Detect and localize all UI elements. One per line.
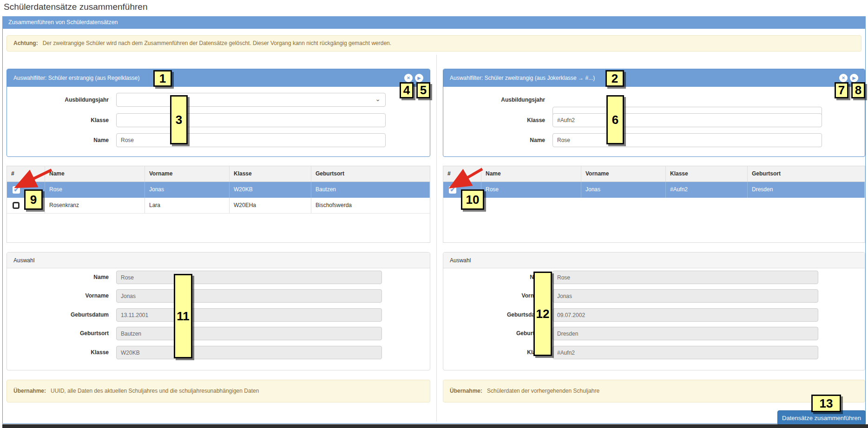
annotation-badge-5: 5 — [416, 82, 430, 98]
warning-label: Achtung: — [13, 40, 38, 46]
uebernahme-note-secondary: Übernahme: Schülerdaten der vorhergehend… — [443, 380, 865, 402]
filter-panel-secondary-title: Auswahlfilter: Schüler zweitrangig (aus … — [450, 75, 595, 81]
table-header-row: # Name Vorname Klasse Geburtsort — [443, 166, 865, 182]
annotation-badge-12: 12 — [533, 272, 552, 356]
table-row[interactable]: ✔ Rose Jonas W20KB Bautzen — [7, 182, 430, 198]
filter-panel-primary-title: Auswahlfilter: Schüler erstrangig (aus R… — [13, 75, 139, 81]
name-filter-label: Name — [7, 133, 109, 147]
annotation-badge-8: 8 — [851, 82, 865, 98]
auswahl-name-label: Name — [7, 271, 109, 284]
filter-panel-primary-header: Auswahlfilter: Schüler erstrangig (aus R… — [7, 69, 430, 87]
auswahl-klasse-value — [552, 346, 818, 359]
selection-panel-secondary-title: Auswahl — [443, 253, 865, 268]
selection-panel-primary-title: Auswahl — [7, 253, 430, 268]
auswahl-geburtsdatum-label: Geburtsdatum — [443, 308, 545, 322]
auswahl-name-label: Name — [443, 271, 545, 284]
table-row[interactable]: ✔ Rose Jonas #Aufn2 Dresden — [443, 182, 865, 198]
page-title: Schülerdatensätze zusammenführen — [4, 2, 147, 12]
auswahl-klasse-label: Klasse — [7, 346, 109, 359]
results-table-secondary: # Name Vorname Klasse Geburtsort ✔ Rose … — [443, 166, 865, 243]
klasse-filter-label: Klasse — [7, 113, 109, 127]
name-filter-input[interactable] — [552, 133, 822, 147]
column-divider — [436, 55, 437, 422]
auswahl-vorname-label: Vorname — [7, 289, 109, 303]
auswahl-geburtsdatum-value — [116, 308, 382, 322]
uebernahme-text: UUID, alle Daten des aktuellen Schuljahr… — [51, 388, 259, 394]
uebernahme-label: Übernahme: — [450, 388, 482, 394]
filter-panel-secondary-header: Auswahlfilter: Schüler zweitrangig (aus … — [443, 69, 865, 87]
klasse-filter-input[interactable] — [116, 113, 386, 127]
klasse-filter-input[interactable] — [552, 113, 822, 127]
clear-filter-icon[interactable]: ✕ — [404, 74, 413, 82]
col-klasse[interactable]: Klasse — [230, 166, 311, 182]
auswahl-name-value — [552, 271, 818, 284]
annotation-badge-10: 10 — [461, 189, 484, 210]
warning-text: Der zweitrangige Schüler wird nach dem Z… — [43, 40, 391, 46]
ausbildungsjahr-label: Ausbildungsjahr — [7, 93, 109, 107]
col-vorname[interactable]: Vorname — [581, 166, 666, 182]
col-geburtsort[interactable]: Geburtsort — [748, 166, 865, 182]
annotation-badge-4: 4 — [400, 82, 414, 98]
chevron-down-icon: ⌄ — [375, 95, 381, 103]
klasse-filter-label: Klasse — [443, 113, 545, 127]
auswahl-name-value — [116, 271, 382, 284]
col-geburtsort[interactable]: Geburtsort — [311, 166, 430, 182]
annotation-arrow — [12, 163, 58, 191]
col-klasse[interactable]: Klasse — [666, 166, 748, 182]
col-vorname[interactable]: Vorname — [145, 166, 230, 182]
annotation-badge-7: 7 — [835, 82, 848, 98]
uebernahme-text: Schülerdaten der vorhergehenden Schuljah… — [487, 388, 599, 394]
col-name[interactable]: Name — [45, 166, 145, 182]
auswahl-geburtsdatum-value — [552, 308, 818, 322]
results-table-primary: # Name Vorname Klasse Geburtsort ✔ Rose … — [7, 166, 430, 243]
ausbildungsjahr-select[interactable]: ⌄ — [116, 93, 386, 107]
auswahl-geburtsort-label: Geburtsort — [443, 327, 545, 340]
auswahl-vorname-label: Vorname — [443, 289, 545, 303]
checkbox-unchecked-icon[interactable] — [13, 202, 20, 209]
table-row[interactable]: Rosenkranz Lara W20EHa Bischofswerda — [7, 198, 430, 214]
annotation-badge-13: 13 — [811, 395, 841, 412]
annotation-badge-1: 1 — [153, 70, 172, 87]
clear-filter-icon[interactable]: ✕ — [839, 74, 848, 82]
annotation-arrow — [445, 163, 492, 191]
auswahl-vorname-value — [116, 289, 382, 303]
table-header-row: # Name Vorname Klasse Geburtsort — [7, 166, 430, 182]
auswahl-klasse-label: Klasse — [443, 346, 545, 359]
uebernahme-label: Übernahme: — [13, 388, 46, 394]
bottom-edge-strip — [2, 424, 868, 428]
warning-alert: Achtung: Der zweitrangige Schüler wird n… — [7, 35, 861, 52]
auswahl-vorname-value — [552, 289, 818, 303]
auswahl-geburtsort-label: Geburtsort — [7, 327, 109, 340]
auswahl-klasse-value — [116, 346, 382, 359]
uebernahme-note-primary: Übernahme: UUID, alle Daten des aktuelle… — [7, 380, 430, 402]
run-filter-icon[interactable]: ▶ — [415, 74, 423, 82]
auswahl-geburtsort-value — [116, 327, 382, 340]
annotation-badge-6: 6 — [606, 95, 624, 144]
name-filter-label: Name — [443, 133, 545, 147]
auswahl-geburtsdatum-label: Geburtsdatum — [7, 308, 109, 322]
run-filter-icon[interactable]: ▶ — [850, 74, 858, 82]
annotation-badge-11: 11 — [174, 274, 192, 358]
ausbildungsjahr-label: Ausbildungsjahr — [443, 93, 545, 107]
annotation-badge-3: 3 — [170, 95, 188, 144]
annotation-badge-9: 9 — [24, 189, 43, 210]
col-name[interactable]: Name — [481, 166, 581, 182]
auswahl-geburtsort-value — [552, 327, 818, 340]
merge-records-button[interactable]: Datensätze zusammenführen — [777, 410, 866, 425]
name-filter-input[interactable] — [116, 133, 386, 147]
annotation-badge-2: 2 — [605, 70, 624, 87]
main-panel-header: Zusammenführen von Schülerdatensätzen — [2, 16, 866, 29]
